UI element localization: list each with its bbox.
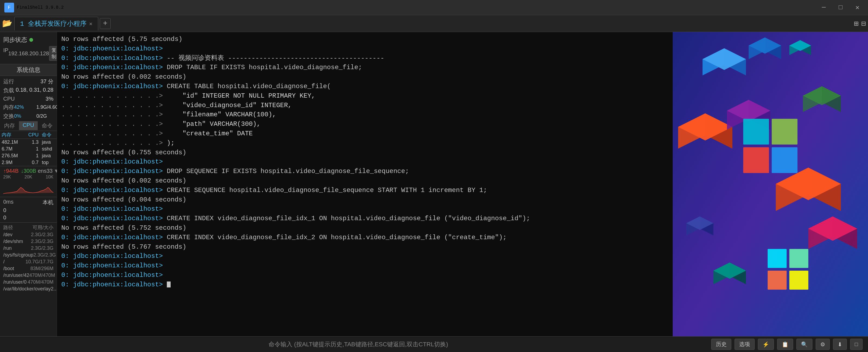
latency-sublabel: 本机 (42, 199, 54, 206)
terminal-line: No rows affected (5.767 seconds) (61, 243, 669, 252)
disk-size: 83M/296M (30, 266, 54, 271)
terminal-line: . . . . . . . . . . . . .> "id" INTEGER … (61, 91, 669, 101)
mem-percent: 42% (14, 104, 33, 110)
process-cpu: 1 (24, 152, 40, 159)
terminal-line: No rows affected (5.752 seconds) (61, 223, 669, 233)
svg-rect-16 (743, 119, 769, 145)
svg-rect-29 (789, 270, 808, 290)
load-value: 0.18, 0.31, 0.28 (16, 87, 54, 94)
terminal-line: 0: jdbc:phoenix:localhost> (61, 280, 669, 290)
sparkline-label-2: 20K (24, 174, 32, 180)
terminal-line: 0: jdbc:phoenix:localhost> CREATE TABLE … (61, 82, 669, 91)
maximize-button[interactable]: □ (834, 3, 847, 12)
cpu-label: CPU (3, 96, 14, 102)
disk-size: 2.3G/2.3G (33, 252, 56, 258)
clipboard-button[interactable]: 📋 (777, 339, 793, 350)
bottom-buttons: 历史 选项 ⚡ 📋 🔍 ⚙ ⬇ □ (711, 339, 863, 350)
mem-row: 内存 42% 1.9G/4.6G (0, 103, 57, 112)
disk-header: 路径 可用/大小 (0, 224, 57, 231)
terminal-line: No rows affected (5.75 seconds) (61, 35, 669, 44)
process-cmd: top (40, 159, 57, 166)
terminal-line: No rows affected (0.002 seconds) (61, 176, 669, 186)
col-mem: 内存 (0, 131, 24, 139)
history-button[interactable]: 历史 (711, 339, 731, 350)
disk-path: /run (3, 246, 12, 251)
terminal-line: 0: jdbc:phoenix:localhost> DROP TABLE IF… (61, 63, 669, 72)
load-row: 负载 0.18, 0.31, 0.28 (0, 86, 57, 95)
main-content: 同步状态 IP 192.168.200.128 复制 系统信息 运行 37 分 … (0, 32, 868, 336)
sparkline-labels: 29K 20K 10K (0, 174, 57, 180)
disk-row: /run/user/0470M/470M (0, 279, 57, 286)
process-cmd: sshd (40, 146, 57, 152)
tab-cpu[interactable]: CPU (19, 121, 38, 130)
network-section: ↑944B ↓300B ens33 ▼ 29K 20K 10K (0, 166, 57, 197)
select-button[interactable]: 选项 (735, 339, 755, 350)
search-button[interactable]: 🔍 (796, 339, 812, 350)
terminal-line: 0: jdbc:phoenix:localhost> DROP SEQUENCE… (61, 167, 669, 176)
sync-label: 同步状态 (3, 36, 27, 44)
process-row: 482.1M1.3java (0, 139, 57, 146)
terminal-line: 0: jdbc:phoenix:localhost> (61, 44, 669, 54)
swap-value: 0% (14, 114, 33, 119)
disk-col-path: 路径 (3, 224, 13, 231)
disk-size: 2.3G/2.3G (31, 238, 54, 244)
net-iface: ens33 (38, 168, 53, 174)
svg-rect-26 (768, 249, 786, 268)
cmd-hint: 命令输入 (按ALT键提示历史,TAB键路径,ESC键返回,双击CTRL切换) (5, 340, 711, 349)
disk-path: /run/user/42 (3, 273, 29, 278)
disk-size: 2.3G/2.3G (31, 246, 54, 251)
process-cmd: java (40, 152, 57, 159)
disk-size: 470M/470M (29, 273, 55, 278)
disk-col-size: 可用/大小 (33, 224, 54, 231)
ping-row-2: 0 (0, 214, 57, 221)
terminal-line: . . . . . . . . . . . . .> "path" VARCHA… (61, 120, 669, 129)
ip-value: 192.168.200.128 (8, 51, 49, 57)
tab-main[interactable]: 1 全栈开发医疗小程序 ✕ (14, 17, 98, 30)
tab-grid-button[interactable]: ⊞ ⊟ (854, 19, 866, 28)
terminal-line: 0: jdbc:phoenix:localhost> (61, 252, 669, 261)
tab-close-icon[interactable]: ✕ (89, 20, 93, 27)
minimize-button[interactable]: ─ (817, 3, 830, 12)
tab-cmd[interactable]: 命令 (38, 121, 57, 130)
tab-add-button[interactable]: + (100, 18, 111, 29)
app-icon: F (4, 3, 14, 12)
swap-row: 交换 0% 0/2G (0, 112, 57, 121)
window-button[interactable]: □ (850, 339, 863, 350)
titlebar: F FinalShell 3.9.8.2 ─ □ ✕ (0, 0, 868, 15)
disk-path: /run/user/0 (3, 279, 27, 285)
svg-rect-19 (772, 147, 798, 173)
app-title: FinalShell 3.9.8.2 (17, 5, 64, 10)
tabbar: 📂 1 全栈开发医疗小程序 ✕ + ⊞ ⊟ (0, 15, 868, 32)
terminal[interactable]: No rows affected (5.75 seconds)0: jdbc:p… (57, 32, 673, 336)
sync-dot (29, 38, 33, 42)
tab-mem[interactable]: 内存 (0, 121, 19, 130)
terminal-line: . . . . . . . . . . . . .> "filename" VA… (61, 110, 669, 120)
runtime-row: 运行 37 分 (0, 77, 57, 86)
disk-path: /dev (3, 232, 12, 237)
runtime-value: 37 分 (40, 78, 54, 85)
terminal-line: . . . . . . . . . . . . .> ); (61, 138, 669, 148)
process-row: 6.7M1sshd (0, 146, 57, 152)
col-cpu: CPU (24, 131, 40, 139)
mem-detail: 1.9G/4.6G (36, 104, 55, 110)
terminal-line: . . . . . . . . . . . . .> "create_time"… (61, 129, 669, 138)
cpu-row: CPU 3% (0, 95, 57, 103)
terminal-line: No rows affected (0.002 seconds) (61, 72, 669, 82)
close-button[interactable]: ✕ (851, 3, 864, 12)
sparkline-chart (0, 180, 57, 196)
swap-label: 交换 (3, 113, 14, 120)
settings-button[interactable]: ⚙ (816, 339, 830, 350)
cpu-value: 3% (45, 96, 54, 102)
sparkline-label-3: 10K (46, 174, 54, 180)
disk-section: 路径 可用/大小 /dev2.3G/2.3G/dev/shm2.3G/2.3G/… (0, 222, 57, 333)
svg-rect-27 (789, 249, 808, 268)
svg-rect-28 (768, 270, 786, 290)
download-button[interactable]: ⬇ (833, 339, 847, 350)
sparkline-label-1: 29K (3, 174, 11, 180)
disk-size: 10.7G/17.7G (26, 259, 54, 265)
disk-row: /run2.3G/2.3G (0, 245, 57, 252)
terminal-line: . . . . . . . . . . . . .> "video_diagno… (61, 101, 669, 110)
lightning-button[interactable]: ⚡ (758, 339, 774, 350)
svg-rect-17 (772, 119, 798, 145)
load-label: 负载 (3, 87, 14, 94)
